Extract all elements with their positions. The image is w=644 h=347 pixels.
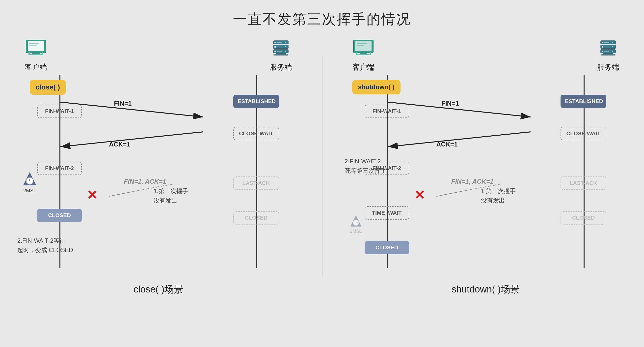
established-right-1: ESTABLISHED xyxy=(233,95,279,108)
svg-rect-34 xyxy=(357,43,366,44)
ack1-label-1: ACK=1 xyxy=(109,141,130,148)
fin1-label-2: FIN=1 xyxy=(442,100,459,107)
fin-ack-label-1: FIN=1, ACK=1 xyxy=(124,178,166,185)
last-ack-right-2: LAST-ACK xyxy=(560,176,606,190)
svg-rect-45 xyxy=(602,46,603,48)
last-ack-right-1: LAST-ACK xyxy=(233,176,279,190)
main-title: 一直不发第三次挥手的情况 xyxy=(0,0,644,29)
svg-rect-39 xyxy=(370,52,371,55)
closed-left-2: CLOSED xyxy=(364,241,409,254)
closed-right-2: CLOSED xyxy=(560,211,606,225)
svg-rect-7 xyxy=(28,52,30,55)
scenario-title-2: shutdown( )场景 xyxy=(342,283,630,296)
x-mark-2: ✕ xyxy=(414,188,425,202)
divider xyxy=(322,56,322,276)
diagram-shutdown: shutdown( ) FIN-WAIT-1 FIN-WAIT-2 TIME_W… xyxy=(342,75,630,278)
server-icon-label-1: 服务端 xyxy=(270,39,292,72)
svg-rect-38 xyxy=(356,52,357,55)
close-wait-right-2: CLOSE-WAIT xyxy=(560,127,606,140)
scenario-shutdown: 客户端 服务 xyxy=(342,36,630,296)
svg-rect-36 xyxy=(360,53,367,54)
fin-wait-2-left: FIN-WAIT-2 xyxy=(37,162,82,175)
svg-rect-50 xyxy=(604,51,609,52)
time-wait-left-2: TIME_WAIT xyxy=(364,206,409,220)
svg-rect-47 xyxy=(612,46,613,47)
svg-rect-20 xyxy=(284,51,286,52)
fin-ack-label-2: FIN=1, ACK=1 xyxy=(451,178,494,185)
svg-rect-53 xyxy=(601,54,616,56)
svg-rect-5 xyxy=(32,53,40,54)
svg-rect-16 xyxy=(284,46,286,47)
established-right-2: ESTABLISHED xyxy=(560,95,606,108)
client-icon-label-2: 客户端 xyxy=(352,39,374,72)
scenario-title-1: close( )场景 xyxy=(15,283,302,296)
svg-rect-6 xyxy=(30,54,42,55)
annot-note1-1: 1.第三次握手没有发出 xyxy=(154,186,188,205)
svg-rect-4 xyxy=(29,45,37,46)
svg-rect-19 xyxy=(277,51,282,52)
close-wait-right-1: CLOSE-WAIT xyxy=(233,127,279,140)
svg-rect-11 xyxy=(277,42,282,43)
ack1-label-2: ACK=1 xyxy=(436,141,458,148)
annot-note2-1: 2.FIN-WAIT-2等待超时，变成 CLOSED xyxy=(17,236,73,255)
svg-rect-12 xyxy=(284,42,286,43)
fin-wait-1-left: FIN-WAIT-1 xyxy=(37,105,82,118)
svg-line-60 xyxy=(388,102,530,117)
closed-left-1: CLOSED xyxy=(37,209,82,222)
svg-rect-37 xyxy=(357,54,370,55)
svg-line-30 xyxy=(60,132,203,147)
annot-note1-2: 1.第三次握手没有发出 xyxy=(481,186,516,205)
fin1-label-1: FIN=1 xyxy=(114,100,132,107)
scenario-close: 客户端 xyxy=(15,36,302,296)
annot-note2-2: 2.FIN-WAIT-2死等第三次挥手 xyxy=(345,157,386,176)
svg-rect-49 xyxy=(602,51,603,52)
svg-line-29 xyxy=(60,102,203,117)
close-btn: close( ) xyxy=(30,80,66,95)
svg-rect-14 xyxy=(274,46,276,48)
clock-icon-2: 2MSL xyxy=(350,215,362,234)
fin-wait-1-left-2: FIN-WAIT-1 xyxy=(364,105,409,118)
svg-rect-41 xyxy=(602,42,603,43)
svg-rect-18 xyxy=(274,51,276,52)
svg-rect-22 xyxy=(274,54,288,56)
server-icon-label-2: 服务端 xyxy=(597,39,619,72)
svg-rect-10 xyxy=(274,42,276,43)
svg-rect-35 xyxy=(357,45,364,46)
shutdown-btn: shutdown( ) xyxy=(352,80,400,94)
svg-rect-43 xyxy=(612,42,613,43)
closed-right-1: CLOSED xyxy=(233,211,279,225)
svg-rect-42 xyxy=(604,42,609,43)
svg-rect-51 xyxy=(612,51,613,52)
svg-rect-3 xyxy=(29,43,39,44)
client-icon-label-1: 客户端 xyxy=(25,39,47,72)
clock-icon-1: 2MSL xyxy=(22,172,37,194)
svg-line-61 xyxy=(388,132,530,147)
svg-rect-46 xyxy=(604,47,609,47)
diagram-close: close( ) FIN-WAIT-1 FIN-WAIT-2 2MSL CLOS… xyxy=(15,75,302,278)
svg-rect-8 xyxy=(42,52,43,55)
svg-rect-15 xyxy=(277,47,282,47)
x-mark-1: ✕ xyxy=(87,188,98,202)
